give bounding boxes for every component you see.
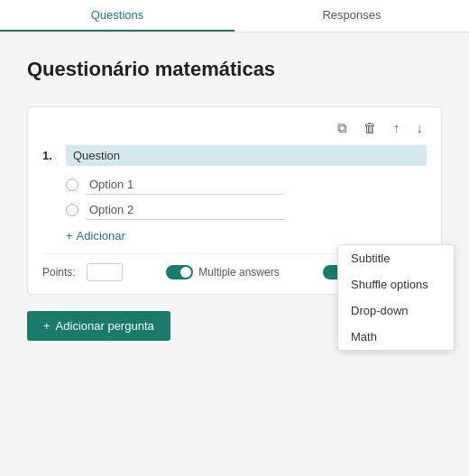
add-question-label: Adicionar pergunta [56, 319, 154, 333]
add-question-button[interactable]: + Adicionar pergunta [27, 311, 170, 341]
form-title: Questionário matemáticas [27, 58, 442, 81]
add-option[interactable]: + Adicionar [66, 229, 427, 243]
context-menu-item-subtitle[interactable]: Subtitle [338, 245, 454, 271]
add-question-plus-icon: + [43, 319, 51, 333]
copy-icon[interactable]: ⧉ [334, 118, 351, 138]
points-label: Points: [42, 266, 76, 279]
context-menu-item-dropdown[interactable]: Drop-down [338, 298, 454, 324]
points-input[interactable] [87, 263, 123, 281]
option-row-1 [66, 175, 427, 195]
option-radio-1 [66, 178, 78, 191]
move-down-icon[interactable]: ↓ [413, 118, 428, 138]
tab-responses[interactable]: Responses [234, 0, 469, 32]
delete-icon[interactable]: 🗑 [360, 118, 381, 138]
option-input-2[interactable] [86, 200, 284, 220]
option-row-2 [66, 200, 427, 220]
question-row: 1. [42, 145, 427, 166]
multiple-answers-toggle[interactable] [166, 265, 193, 279]
multiple-answers-group: Multiple answers [166, 265, 279, 279]
option-input-1[interactable] [86, 175, 284, 195]
question-number: 1. [42, 149, 57, 162]
options-area [66, 175, 427, 220]
option-radio-2 [66, 204, 78, 216]
context-menu-item-math[interactable]: Math [338, 324, 454, 350]
context-menu-item-shuffle[interactable]: Shuffle options [338, 271, 454, 298]
card-toolbar: ⧉ 🗑 ↑ ↓ [42, 118, 427, 138]
move-up-icon[interactable]: ↑ [390, 118, 404, 138]
add-option-label: Adicionar [77, 229, 125, 243]
page-content: Questionário matemáticas ⧉ 🗑 ↑ ↓ 1. [0, 32, 469, 476]
context-menu: Subtitle Shuffle options Drop-down Math [337, 244, 455, 351]
tab-questions[interactable]: Questions [0, 0, 234, 32]
multiple-answers-label: Multiple answers [198, 266, 279, 279]
question-input[interactable] [66, 145, 427, 166]
plus-icon: + [66, 229, 73, 243]
top-tabs: Questions Responses [0, 0, 469, 32]
